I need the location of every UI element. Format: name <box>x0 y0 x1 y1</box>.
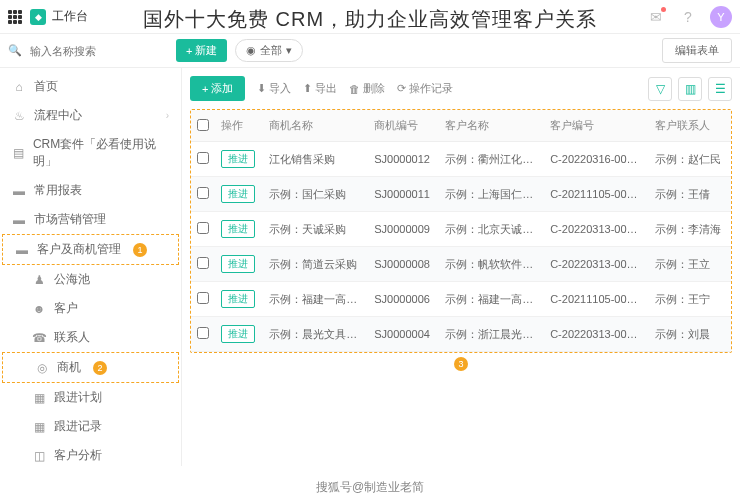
nav-home[interactable]: ⌂首页 <box>0 72 181 101</box>
cell-contact: 示例：李清海 <box>649 212 731 247</box>
cell-customer-code: C-20220316-0000001 <box>544 142 649 177</box>
cell-customer-code: C-20220313-0000003 <box>544 247 649 282</box>
cell-contact: 示例：赵仁民 <box>649 142 731 177</box>
overlay-title: 国外十大免费 CRM，助力企业高效管理客户关系 <box>143 6 597 33</box>
filter-all-chip[interactable]: ◉ 全部 ▾ <box>235 39 303 62</box>
cell-name: 示例：简道云采购 <box>263 247 368 282</box>
nav-marketing[interactable]: ▬市场营销管理 <box>0 205 181 234</box>
calendar-icon: ▦ <box>32 391 46 405</box>
nav-process-center[interactable]: ♨流程中心› <box>0 101 181 130</box>
oplog-button[interactable]: ⟳ 操作记录 <box>397 81 453 96</box>
nav-customer[interactable]: ☻客户 <box>0 294 181 323</box>
cell-customer: 示例：浙江晨光文具... <box>439 317 544 352</box>
sidebar: ⌂首页 ♨流程中心› ▤CRM套件「必看使用说明」 ▬常用报表 ▬市场营销管理 … <box>0 68 182 466</box>
cell-name: 示例：天诚采购 <box>263 212 368 247</box>
push-button[interactable]: 推进 <box>221 255 255 273</box>
avatar[interactable]: Y <box>710 6 732 28</box>
badge-2: 2 <box>93 361 107 375</box>
nav-opportunity[interactable]: ◎商机2 <box>2 352 179 383</box>
filter-icon-button[interactable]: ▽ <box>648 77 672 101</box>
contact-icon: ☎ <box>32 331 46 345</box>
cell-contact: 示例：王立 <box>649 247 731 282</box>
process-icon: ♨ <box>12 109 26 123</box>
target-icon: ◎ <box>35 361 49 375</box>
content-area: + 添加 ⬇ 导入 ⬆ 导出 🗑 删除 ⟳ 操作记录 ▽ ▥ ☰ 操作 商机名称… <box>182 68 740 466</box>
nav-pool[interactable]: ♟公海池 <box>0 265 181 294</box>
row-checkbox[interactable] <box>197 257 209 269</box>
cell-customer-code: C-20220313-0000004 <box>544 317 649 352</box>
nav-follow-plan[interactable]: ▦跟进计划 <box>0 383 181 412</box>
table-row[interactable]: 推进 江化销售采购 SJ0000012 示例：衢州江化集团 C-20220316… <box>191 142 731 177</box>
nav-common-reports[interactable]: ▬常用报表 <box>0 176 181 205</box>
cell-contact: 示例：刘晨 <box>649 317 731 352</box>
nav-contact[interactable]: ☎联系人 <box>0 323 181 352</box>
edit-form-button[interactable]: 编辑表单 <box>662 38 732 63</box>
select-all-checkbox[interactable] <box>197 119 209 131</box>
search-input[interactable] <box>30 45 168 57</box>
nav-customer-analysis[interactable]: ◫客户分析 <box>0 441 181 466</box>
cell-customer: 示例：上海国仁有限... <box>439 177 544 212</box>
col-customer: 客户名称 <box>439 110 544 142</box>
cell-code: SJ0000006 <box>368 282 439 317</box>
table-row[interactable]: 推进 示例：简道云采购 SJ0000008 示例：帆软软件有限公司 C-2022… <box>191 247 731 282</box>
table-row[interactable]: 推进 示例：国仁采购 SJ0000011 示例：上海国仁有限... C-2021… <box>191 177 731 212</box>
create-button[interactable]: + 新建 <box>176 39 227 62</box>
cell-customer: 示例：福建一高集团 <box>439 282 544 317</box>
cell-customer-code: C-20211105-0000001 <box>544 177 649 212</box>
cell-customer: 示例：北京天诚软件... <box>439 212 544 247</box>
cell-code: SJ0000012 <box>368 142 439 177</box>
row-checkbox[interactable] <box>197 222 209 234</box>
cell-name: 示例：福建一高3月订单 <box>263 282 368 317</box>
push-button[interactable]: 推进 <box>221 185 255 203</box>
row-checkbox[interactable] <box>197 152 209 164</box>
table-row[interactable]: 推进 示例：天诚采购 SJ0000009 示例：北京天诚软件... C-2022… <box>191 212 731 247</box>
folder-icon: ▬ <box>12 184 26 198</box>
message-icon[interactable]: ✉ <box>646 7 666 27</box>
folder-icon: ▬ <box>12 213 26 227</box>
cell-contact: 示例：王倩 <box>649 177 731 212</box>
nav-follow-record[interactable]: ▦跟进记录 <box>0 412 181 441</box>
help-icon[interactable]: ? <box>678 7 698 27</box>
cell-code: SJ0000011 <box>368 177 439 212</box>
footer-attribution: 搜狐号@制造业老简 <box>316 479 424 496</box>
nav-customer-biz[interactable]: ▬客户及商机管理1 <box>2 234 179 265</box>
home-icon: ⌂ <box>12 80 26 94</box>
table-row[interactable]: 推进 示例：福建一高3月订单 SJ0000006 示例：福建一高集团 C-202… <box>191 282 731 317</box>
row-checkbox[interactable] <box>197 327 209 339</box>
row-checkbox[interactable] <box>197 187 209 199</box>
push-button[interactable]: 推进 <box>221 150 255 168</box>
columns-icon-button[interactable]: ▥ <box>678 77 702 101</box>
add-button[interactable]: + 添加 <box>190 76 245 101</box>
workspace-label[interactable]: 工作台 <box>52 8 88 25</box>
toolbar: 🔍 + 新建 ◉ 全部 ▾ 编辑表单 <box>0 34 740 68</box>
nav-crm-kit[interactable]: ▤CRM套件「必看使用说明」 <box>0 130 181 176</box>
doc-icon: ▤ <box>12 146 25 160</box>
push-button[interactable]: 推进 <box>221 325 255 343</box>
cell-code: SJ0000004 <box>368 317 439 352</box>
export-button[interactable]: ⬆ 导出 <box>303 81 337 96</box>
chevron-right-icon: › <box>166 110 169 121</box>
cell-code: SJ0000008 <box>368 247 439 282</box>
table-row[interactable]: 推进 示例：晨光文具设备... SJ0000004 示例：浙江晨光文具... C… <box>191 317 731 352</box>
col-op: 操作 <box>215 110 263 142</box>
delete-button[interactable]: 🗑 删除 <box>349 81 385 96</box>
data-table: 操作 商机名称 商机编号 客户名称 客户编号 客户联系人 推进 江化销售采购 S… <box>191 110 731 352</box>
search-icon: 🔍 <box>8 44 22 57</box>
col-customer-code: 客户编号 <box>544 110 649 142</box>
push-button[interactable]: 推进 <box>221 220 255 238</box>
push-button[interactable]: 推进 <box>221 290 255 308</box>
import-button[interactable]: ⬇ 导入 <box>257 81 291 96</box>
apps-icon[interactable] <box>8 10 22 24</box>
cell-name: 江化销售采购 <box>263 142 368 177</box>
cell-name: 示例：国仁采购 <box>263 177 368 212</box>
cell-customer: 示例：帆软软件有限公司 <box>439 247 544 282</box>
record-icon: ▦ <box>32 420 46 434</box>
col-contact: 客户联系人 <box>649 110 731 142</box>
row-checkbox[interactable] <box>197 292 209 304</box>
cell-customer-code: C-20211105-0000004 <box>544 282 649 317</box>
col-code: 商机编号 <box>368 110 439 142</box>
cell-contact: 示例：王宁 <box>649 282 731 317</box>
folder-open-icon: ▬ <box>15 243 29 257</box>
layout-icon-button[interactable]: ☰ <box>708 77 732 101</box>
chart-icon: ◫ <box>32 449 46 463</box>
